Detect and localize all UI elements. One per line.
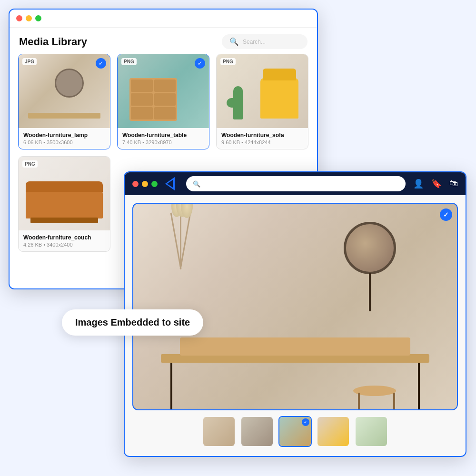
card-meta-lamp: 6.06 KB • 3500x3600	[23, 139, 105, 145]
format-badge-couch: PNG	[22, 160, 38, 168]
tooltip-bubble: Images Embedded to site	[62, 309, 203, 336]
media-card-sofa[interactable]: PNG Wooden-furniture_sofa 9.60 KB • 4244…	[216, 54, 308, 149]
sofa-image	[217, 54, 308, 128]
thumb-3[interactable]: ✓	[278, 416, 312, 447]
browser-traffic-lights	[132, 181, 158, 187]
media-title: Media Library	[19, 36, 87, 48]
card-meta-couch: 4.26 KB • 3400x2400	[23, 242, 105, 248]
card-meta-table: 7.40 KB • 3290x8970	[122, 139, 204, 145]
browser-search-bar[interactable]: 🔍	[186, 176, 406, 191]
search-icon: 🔍	[229, 37, 239, 46]
card-name-table: Wooden-furniture_table	[122, 132, 204, 139]
hero-furniture-image	[132, 203, 458, 410]
format-badge-lamp: JPG	[22, 58, 37, 65]
browser-nav-icons: 👤 🔖 🛍	[413, 178, 458, 189]
tooltip-label: Images Embedded to site	[75, 317, 190, 327]
browser-search-icon: 🔍	[193, 180, 200, 188]
bookmark-icon[interactable]: 🔖	[431, 178, 442, 189]
logo-arrow-icon	[165, 177, 175, 190]
stool-decoration	[353, 386, 396, 396]
couch-image	[19, 157, 110, 230]
desk-leg-left	[170, 363, 172, 410]
thumb-5[interactable]	[355, 416, 388, 447]
thumb-image-2	[241, 417, 273, 446]
thumb-4[interactable]	[317, 416, 350, 447]
thumb-image-5	[356, 417, 387, 446]
media-header: Media Library 🔍 Search...	[10, 28, 317, 54]
site-logo	[165, 177, 178, 190]
drawer-unit	[129, 78, 177, 121]
close-button[interactable]	[16, 15, 22, 21]
search-placeholder: Search...	[243, 39, 266, 45]
format-badge-sofa: PNG	[220, 58, 236, 65]
user-icon[interactable]: 👤	[413, 178, 424, 189]
traffic-lights	[16, 15, 41, 21]
minimize-button[interactable]	[26, 15, 32, 21]
browser-titlebar: 🔍 👤 🔖 🛍	[125, 172, 466, 195]
media-card-lamp[interactable]: JPG ✓ Wooden-furniture_lamp 6.06 KB • 35…	[18, 54, 110, 149]
desk-decoration	[161, 354, 429, 363]
thumb-check-3: ✓	[302, 418, 309, 426]
maximize-button[interactable]	[35, 15, 41, 21]
card-info-sofa: Wooden-furniture_sofa 9.60 KB • 4244x824…	[217, 128, 308, 149]
mirror-stand-decoration	[369, 273, 371, 311]
thumb-image-4	[317, 417, 349, 446]
browser-minimize-button[interactable]	[142, 181, 148, 187]
card-name-lamp: Wooden-furniture_lamp	[23, 132, 105, 139]
media-card-couch[interactable]: PNG Wooden-furniture_couch 4.26 KB • 340…	[18, 156, 110, 252]
yellow-chair-decoration	[260, 78, 298, 119]
thumb-2[interactable]	[240, 416, 274, 447]
cactus-decoration	[233, 86, 243, 119]
card-info-lamp: Wooden-furniture_lamp 6.06 KB • 3500x360…	[19, 128, 110, 149]
thumb-1[interactable]	[202, 416, 236, 447]
mirror-decoration	[344, 222, 396, 274]
selected-check-lamp: ✓	[96, 58, 106, 69]
browser-close-button[interactable]	[132, 181, 139, 187]
media-titlebar	[10, 10, 317, 28]
format-badge-table: PNG	[121, 58, 137, 65]
couch-decoration	[26, 190, 103, 218]
desk-leg-right	[418, 363, 420, 410]
card-meta-sofa: 9.60 KB • 4244x8244	[221, 139, 303, 145]
bag-icon[interactable]: 🛍	[449, 178, 458, 189]
browser-maximize-button[interactable]	[151, 181, 158, 187]
thumb-image-1	[203, 417, 235, 446]
selected-check-table: ✓	[195, 58, 205, 69]
thumbnail-strip: ✓	[132, 416, 458, 448]
card-name-sofa: Wooden-furniture_sofa	[221, 132, 303, 139]
main-image-area: ✓	[132, 203, 458, 410]
hero-selected-badge: ✓	[440, 208, 452, 221]
media-search-bar[interactable]: 🔍 Search...	[222, 34, 307, 49]
card-info-couch: Wooden-furniture_couch 4.26 KB • 3400x24…	[19, 230, 110, 251]
card-name-couch: Wooden-furniture_couch	[23, 234, 105, 241]
media-card-table[interactable]: PNG ✓ Wooden-furniture_table 7.40 KB • 3…	[117, 54, 209, 149]
card-info-table: Wooden-furniture_table 7.40 KB • 3290x89…	[118, 128, 209, 149]
